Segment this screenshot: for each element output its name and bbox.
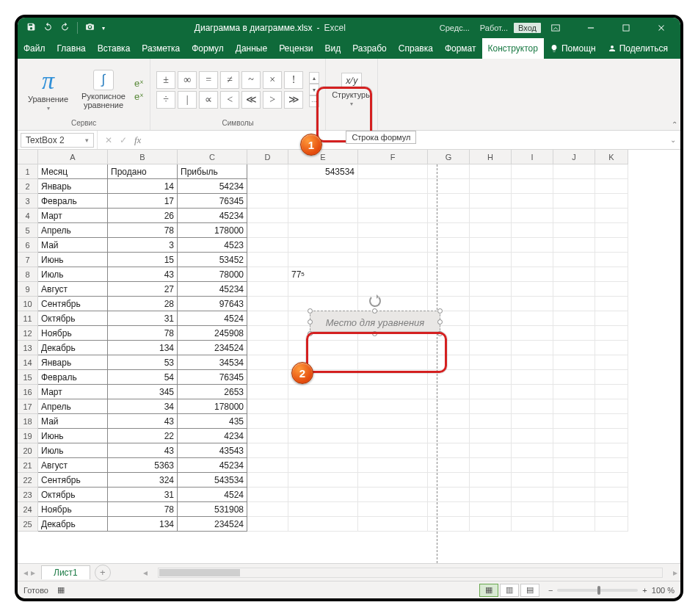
cell-J11[interactable] — [553, 311, 595, 326]
cell-E6[interactable] — [288, 238, 358, 253]
equation-button[interactable]: π Уравнение ▾ — [23, 67, 73, 113]
cell-G14[interactable] — [428, 355, 470, 370]
cell-C20[interactable]: 43543 — [178, 443, 247, 458]
eq-linear-icon[interactable]: eˣ — [134, 91, 144, 102]
cell-J3[interactable] — [553, 194, 595, 209]
cell-I5[interactable] — [512, 223, 553, 238]
symbol->[interactable]: > — [263, 91, 282, 109]
row-header-20[interactable]: 20 — [18, 443, 38, 458]
cell-I24[interactable] — [512, 502, 553, 517]
cell-E22[interactable] — [288, 473, 358, 488]
cell-D16[interactable] — [247, 385, 288, 399]
cell-J5[interactable] — [553, 223, 595, 238]
cell-A6[interactable]: Май — [38, 238, 108, 253]
cell-E4[interactable] — [288, 209, 358, 223]
cell-G23[interactable] — [428, 488, 470, 502]
tab-home[interactable]: Главна — [51, 38, 92, 59]
cell-K23[interactable] — [595, 488, 628, 502]
row-header-9[interactable]: 9 — [18, 282, 38, 297]
cap-work[interactable]: Работ... — [476, 23, 512, 33]
zoom-slider[interactable] — [557, 589, 638, 592]
cell-F21[interactable] — [358, 458, 428, 473]
cell-G20[interactable] — [428, 443, 470, 458]
cell-H14[interactable] — [470, 355, 512, 370]
cell-E13[interactable] — [288, 341, 358, 355]
cell-D8[interactable] — [247, 267, 288, 282]
cell-D22[interactable] — [247, 473, 288, 488]
cell-K11[interactable] — [595, 311, 628, 326]
cell-C4[interactable]: 45234 — [178, 209, 247, 223]
cell-D19[interactable] — [247, 429, 288, 443]
symbol-∞[interactable]: ∞ — [178, 71, 197, 89]
symbol-≪[interactable]: ≪ — [241, 91, 261, 109]
cell-A22[interactable]: Сентябрь — [38, 473, 108, 488]
col-header-F[interactable]: F — [358, 150, 428, 164]
row-header-7[interactable]: 7 — [18, 253, 38, 267]
select-all-corner[interactable] — [18, 150, 38, 164]
cell-F9[interactable] — [358, 282, 428, 297]
col-header-A[interactable]: A — [38, 150, 108, 164]
maximize-button[interactable] — [611, 18, 641, 38]
cell-D3[interactable] — [247, 194, 288, 209]
symbol-≫[interactable]: ≫ — [284, 91, 303, 109]
cell-I11[interactable] — [512, 311, 553, 326]
cell-I19[interactable] — [512, 429, 553, 443]
cell-E2[interactable] — [288, 179, 358, 194]
cell-K5[interactable] — [595, 223, 628, 238]
cell-I15[interactable] — [512, 370, 553, 385]
cell-J1[interactable] — [553, 164, 595, 179]
macro-record-icon[interactable]: ▦ — [57, 585, 65, 595]
cell-I23[interactable] — [512, 488, 553, 502]
cell-F18[interactable] — [358, 414, 428, 429]
cell-C23[interactable]: 4524 — [178, 488, 247, 502]
cell-C2[interactable]: 54234 — [178, 179, 247, 194]
cell-C18[interactable]: 435 — [178, 414, 247, 429]
cell-K15[interactable] — [595, 370, 628, 385]
cell-E8[interactable]: 775 — [288, 267, 358, 282]
row-header-21[interactable]: 21 — [18, 458, 38, 473]
symbol-×[interactable]: × — [263, 71, 282, 89]
cell-J12[interactable] — [553, 326, 595, 341]
symbol-down-icon[interactable]: ▾ — [309, 84, 319, 95]
cell-K1[interactable] — [595, 164, 628, 179]
cell-A2[interactable]: Январь — [38, 179, 108, 194]
cell-K10[interactable] — [595, 297, 628, 311]
cell-G19[interactable] — [428, 429, 470, 443]
row-header-2[interactable]: 2 — [18, 179, 38, 194]
cell-K24[interactable] — [595, 502, 628, 517]
cell-B3[interactable]: 17 — [108, 194, 178, 209]
cell-E9[interactable] — [288, 282, 358, 297]
cell-D10[interactable] — [247, 297, 288, 311]
tab-share[interactable]: Поделиться — [602, 38, 674, 59]
equation-placeholder-box[interactable]: Место для уравнения — [310, 311, 440, 334]
cell-H17[interactable] — [470, 399, 512, 414]
cell-I13[interactable] — [512, 341, 553, 355]
tab-view[interactable]: Вид — [319, 38, 347, 59]
cell-C12[interactable]: 245908 — [178, 326, 247, 341]
cell-B18[interactable]: 43 — [108, 414, 178, 429]
row-header-3[interactable]: 3 — [18, 194, 38, 209]
cell-I25[interactable] — [512, 517, 553, 532]
cell-B14[interactable]: 53 — [108, 355, 178, 370]
tab-review[interactable]: Рецензи — [273, 38, 319, 59]
cell-C24[interactable]: 531908 — [178, 502, 247, 517]
cancel-formula-icon[interactable]: ✕ — [105, 135, 112, 145]
cell-G5[interactable] — [428, 223, 470, 238]
cell-J9[interactable] — [553, 282, 595, 297]
tab-formulas[interactable]: Формул — [186, 38, 230, 59]
cell-E7[interactable] — [288, 253, 358, 267]
cell-I3[interactable] — [512, 194, 553, 209]
cell-D17[interactable] — [247, 399, 288, 414]
cell-H4[interactable] — [470, 209, 512, 223]
tab-insert[interactable]: Вставка — [92, 38, 137, 59]
cell-E14[interactable] — [288, 355, 358, 370]
cell-B6[interactable]: 3 — [108, 238, 178, 253]
col-header-C[interactable]: C — [178, 150, 247, 164]
tab-developer[interactable]: Разрабо — [346, 38, 393, 59]
cell-B7[interactable]: 15 — [108, 253, 178, 267]
symbol-=[interactable]: = — [199, 71, 218, 89]
name-box-dropdown-icon[interactable]: ▾ — [85, 137, 89, 144]
add-sheet-button[interactable]: + — [95, 565, 111, 581]
cell-D21[interactable] — [247, 458, 288, 473]
symbol-more-icon[interactable]: ⋯ — [309, 95, 319, 107]
